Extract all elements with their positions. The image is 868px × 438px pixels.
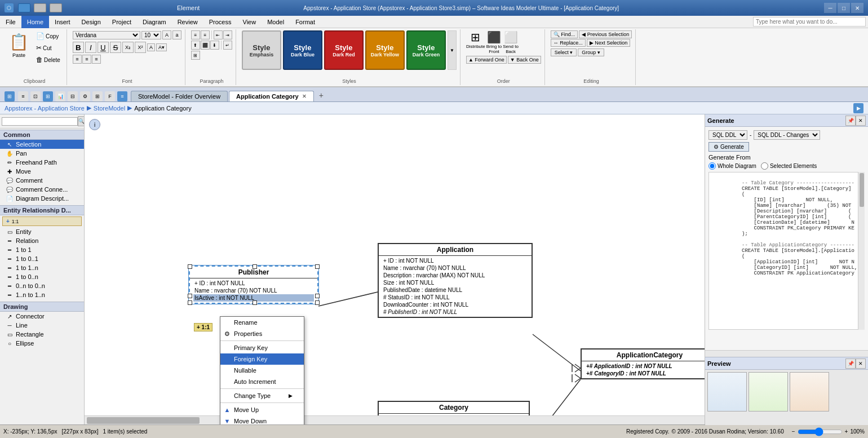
italic-btn[interactable]: I [85,42,96,53]
ddl-changes-select[interactable]: SQL DDL - Changes [754,130,820,140]
handle-bc[interactable] [253,300,257,305]
code-vscroll-thumb[interactable] [860,173,864,207]
cut-button[interactable]: ✂Cut [33,42,63,54]
font-color-btn[interactable]: A [147,43,155,51]
generate-pin-btn[interactable]: 📌 [845,116,856,126]
subscript-btn[interactable]: X₂ [122,42,134,53]
panel-item-1to01[interactable]: ━ 1 to 0..1 [0,254,84,263]
er-1-1-indicator[interactable]: +1:1 [2,216,82,226]
menu-model[interactable]: Model [262,16,290,28]
ctx-rename[interactable]: Rename [220,317,304,328]
list-btn[interactable]: ≡ [191,30,200,39]
style-darkblue-btn[interactable]: Style Dark Blue [283,30,322,70]
indent-decrease-btn[interactable]: ⇤ [214,30,223,39]
menu-insert[interactable]: Insert [49,16,76,28]
zoom-slider[interactable] [798,427,843,436]
panel-item-rectangle[interactable]: ▭ Rectangle [0,330,84,339]
panel-item-pan[interactable]: ✋ Pan [0,149,84,158]
app-row-4[interactable]: PublishedDate : datetime NULL [382,286,528,294]
menu-format[interactable]: Format [290,16,321,28]
underline-btn[interactable]: U [98,42,109,53]
ctx-auto-increment[interactable]: Auto Increment [220,376,304,387]
radio-whole-diagram[interactable]: Whole Diagram [708,162,756,170]
quick-redo-btn[interactable] [50,3,62,12]
panel-item-freehand[interactable]: ✏ Freehand Path [0,158,84,167]
application-entity[interactable]: Application + ID : int NOT NULL Name : n… [378,243,533,318]
h-scroll-thumb[interactable] [87,417,200,424]
appcategory-entity[interactable]: ApplicationCategory +# ApplicationID : i… [581,348,705,379]
align-center-btn[interactable]: ≡ [82,55,91,64]
panel-item-diagram-desc[interactable]: 📄 Diagram Descript... [0,194,84,203]
minimize-btn[interactable]: ─ [824,3,836,13]
hint-icon[interactable]: i [89,119,100,130]
tab-application-category[interactable]: Application Category ✕ [229,91,314,101]
delete-button[interactable]: 🗑Delete [33,54,63,65]
highlight-btn[interactable]: A▾ [156,43,167,51]
h-scrollbar[interactable] [85,415,705,424]
appcategory-row-0[interactable]: +# ApplicationID : int NOT NULL [585,362,705,370]
paste-button[interactable]: 📋 Paste [6,30,32,60]
font-size-increase[interactable]: A [162,30,171,39]
styles-more-btn[interactable]: ▼ [448,30,457,70]
align-left-btn[interactable]: ≡ [73,55,82,64]
forward-one-btn[interactable]: ▲ Forward One [466,56,507,64]
generate-btn[interactable]: ⚙ Generate [708,142,749,152]
style-darkyellow-btn[interactable]: Style Dark Yellow [365,30,405,70]
menu-review[interactable]: Review [172,16,203,28]
align-right-btn[interactable]: ≡ [92,55,101,64]
panel-item-selection[interactable]: ↖ Selection [0,140,84,149]
panel-item-0nto0n[interactable]: ━ 0..n to 0..n [0,281,84,290]
code-hscrollbar[interactable] [705,350,868,357]
quick-save-btn[interactable] [18,3,30,12]
panel-item-1to0n[interactable]: ━ 1 to 0..n [0,272,84,281]
ctx-foreign-key[interactable]: Foreign Key [220,353,304,365]
ctx-primary-key[interactable]: Primary Key [220,342,304,353]
radio-whole-diagram-input[interactable] [708,162,716,170]
preview-thumb-2[interactable] [749,372,788,412]
valign-top-btn[interactable]: ⬆ [191,41,200,50]
panel-item-relation[interactable]: ━ Relation [0,236,84,245]
send-to-back-btn[interactable]: ⬜ Send toBack [503,30,519,54]
style-darkred-btn[interactable]: Style Dark Red [324,30,364,70]
replace-btn[interactable]: ↔ Replace... [551,39,586,47]
app-row-7[interactable]: # PublisherID : int NOT NULL [382,308,528,316]
panel-item-comment-conn[interactable]: 💬 Comment Conne... [0,185,84,194]
handle-mr[interactable] [315,294,320,298]
panel-item-ellipse[interactable]: ○ Ellipse [0,339,84,348]
font-family-select[interactable]: Verdana [73,31,140,39]
ddl-type-select[interactable]: SQL DDL [708,130,747,140]
app-row-0[interactable]: + ID : int NOT NULL [382,257,528,264]
code-vscrollbar[interactable] [858,172,865,330]
quick-undo-btn[interactable] [34,3,46,12]
select-btn[interactable]: Select ▾ [551,48,577,56]
menu-view[interactable]: View [237,16,262,28]
next-selection-btn[interactable]: ▶ Next Selection [587,39,631,47]
wrap-btn[interactable]: ↵ [223,41,232,50]
panel-item-move[interactable]: ✚ Move [0,167,84,176]
app-row-6[interactable]: DownloadCounter : int NOT NULL [382,301,528,308]
panel-item-1nto1n[interactable]: ━ 1..n to 1..n [0,290,84,299]
radio-selected-elements-input[interactable] [761,162,768,170]
indent-increase-btn[interactable]: ⇥ [223,30,232,39]
ctx-move-up[interactable]: ▲ Move Up [220,404,304,415]
zoom-minus[interactable]: − [792,428,795,435]
panel-item-comment[interactable]: 💬 Comment [0,176,84,185]
ctx-move-down[interactable]: ▼ Move Down [220,415,304,424]
panel-item-1to1[interactable]: ━ 1 to 1 [0,245,84,254]
app-row-1[interactable]: Name : nvarchar (70) NOT NULL [382,264,528,272]
handle-ml[interactable] [188,294,192,298]
panel-search-btn[interactable]: 🔍 [78,116,85,126]
ctx-properties[interactable]: ⚙ Properties [220,328,304,339]
ctx-nullable[interactable]: Nullable [220,365,304,376]
breadcrumb-appstore[interactable]: Appstorex - Application Store [5,105,85,112]
strikethrough-btn[interactable]: S [110,42,121,53]
menu-diagram[interactable]: Diagram [137,16,172,28]
font-size-select[interactable]: 10 [141,31,161,39]
bold-btn[interactable]: B [73,42,84,53]
style-emphasis-btn[interactable]: Style Emphasis [242,30,281,70]
valign-mid-btn[interactable]: ⬛ [201,41,210,50]
copy-button[interactable]: 📄Copy [33,30,63,42]
panel-search-input[interactable] [2,117,78,126]
app-row-3[interactable]: Size : int NOT NULL [382,279,528,286]
find-btn[interactable]: 🔍 Find... [551,30,578,38]
